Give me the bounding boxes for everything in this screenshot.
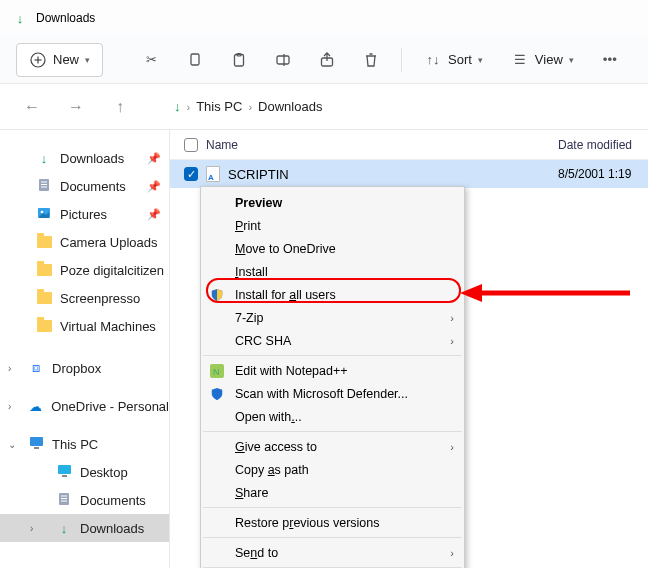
menu-item-label: Edit with Notepad++ [235, 364, 348, 378]
sidebar-item-label: OneDrive - Personal [51, 399, 169, 414]
svg-rect-15 [30, 437, 43, 446]
up-button[interactable]: ↑ [106, 98, 134, 116]
menu-item[interactable]: CRC SHA› [201, 329, 464, 352]
chevron-down-icon: ⌄ [8, 439, 16, 450]
sidebar-item[interactable]: Desktop [0, 458, 169, 486]
font-file-icon [206, 166, 220, 182]
menu-item[interactable]: Move to OneDrive [201, 237, 464, 260]
breadcrumb[interactable]: ↓ › This PC › Downloads [174, 99, 322, 114]
sidebar-item-label: Pictures [60, 207, 107, 222]
menu-separator [203, 355, 462, 356]
chevron-right-icon: › [450, 441, 454, 453]
menu-item-label: Scan with Microsoft Defender... [235, 387, 408, 401]
separator [401, 48, 402, 72]
sidebar-item[interactable]: Screenpresso [0, 284, 169, 312]
svg-rect-16 [34, 447, 39, 449]
sidebar-item-label: Downloads [60, 151, 124, 166]
menu-separator [203, 537, 462, 538]
chevron-right-icon: › [450, 547, 454, 559]
view-button[interactable]: ☰ View ▾ [501, 43, 584, 77]
row-checkbox[interactable]: ✓ [184, 167, 198, 181]
rename-button[interactable] [265, 42, 301, 78]
desktop-icon [57, 464, 72, 481]
document-icon [37, 178, 51, 195]
menu-item-label: 7-Zip [235, 311, 263, 325]
file-date: 8/5/2001 1:19 [558, 167, 648, 181]
svg-rect-6 [277, 56, 289, 64]
menu-item[interactable]: Install for all users [201, 283, 464, 306]
delete-button[interactable] [353, 42, 389, 78]
svg-rect-3 [191, 54, 199, 65]
file-row[interactable]: ✓ SCRIPTIN 8/5/2001 1:19 [170, 160, 648, 188]
menu-item-label: CRC SHA [235, 334, 291, 348]
chevron-right-icon: › [30, 523, 33, 534]
sidebar-item-label: Dropbox [52, 361, 101, 376]
menu-item-label: Install [235, 265, 268, 279]
svg-point-14 [41, 210, 44, 213]
cut-button[interactable]: ✂ [133, 42, 169, 78]
svg-rect-18 [62, 475, 67, 477]
chevron-right-icon: › [248, 101, 252, 113]
pin-icon: 📌 [147, 152, 161, 165]
menu-item-label: Preview [235, 196, 282, 210]
menu-separator [203, 431, 462, 432]
share-button[interactable] [309, 42, 345, 78]
sidebar-group[interactable]: ›☁OneDrive - Personal [0, 392, 169, 420]
file-name: SCRIPTIN [228, 167, 289, 182]
back-button[interactable]: ← [18, 98, 46, 116]
sidebar-item[interactable]: Documents [0, 486, 169, 514]
sidebar-item[interactable]: Virtual Machines [0, 312, 169, 340]
menu-item[interactable]: NEdit with Notepad++ [201, 359, 464, 382]
pin-icon: 📌 [147, 180, 161, 193]
sidebar-item[interactable]: ↓Downloads📌 [0, 144, 169, 172]
context-menu: PreviewPrintMove to OneDriveInstallInsta… [200, 186, 465, 568]
column-date[interactable]: Date modified [558, 138, 648, 152]
sidebar-item-label: Camera Uploads [60, 235, 158, 250]
menu-item[interactable]: Give access to› [201, 435, 464, 458]
menu-item[interactable]: Open with... [201, 405, 464, 428]
share-icon [318, 51, 336, 69]
sidebar-item-label: Poze digitalcitizen [60, 263, 164, 278]
dropbox-icon: ⧈ [32, 360, 40, 376]
column-name[interactable]: Name [206, 138, 238, 152]
menu-item[interactable]: Restore previous versions [201, 511, 464, 534]
sidebar-item[interactable]: ›↓Downloads [0, 514, 169, 542]
menu-item[interactable]: Print [201, 214, 464, 237]
sidebar-item-label: Documents [60, 179, 126, 194]
breadcrumb-root[interactable]: This PC [196, 99, 242, 114]
menu-item[interactable]: Preview [201, 191, 464, 214]
sidebar-item[interactable]: Documents📌 [0, 172, 169, 200]
sidebar-item[interactable]: Poze digitalcitizen [0, 256, 169, 284]
new-button[interactable]: New ▾ [16, 43, 103, 77]
sidebar-group[interactable]: ⌄This PC [0, 430, 169, 458]
menu-item[interactable]: Send to› [201, 541, 464, 564]
svg-text:N: N [213, 367, 220, 377]
sort-label: Sort [448, 52, 472, 67]
chevron-down-icon: ▾ [478, 55, 483, 65]
menu-item[interactable]: Copy as path [201, 458, 464, 481]
copy-icon [186, 51, 204, 69]
sidebar-item[interactable]: Pictures📌 [0, 200, 169, 228]
menu-item[interactable]: 7-Zip› [201, 306, 464, 329]
copy-button[interactable] [177, 42, 213, 78]
more-button[interactable]: ••• [592, 42, 628, 78]
sidebar: ↓Downloads📌Documents📌Pictures📌Camera Upl… [0, 130, 170, 568]
menu-item[interactable]: Scan with Microsoft Defender... [201, 382, 464, 405]
menu-item[interactable]: Install [201, 260, 464, 283]
sort-icon: ↑↓ [424, 51, 442, 69]
select-all-checkbox[interactable] [184, 138, 198, 152]
svg-rect-17 [58, 465, 71, 474]
sidebar-item-label: Desktop [80, 465, 128, 480]
sidebar-item-label: Downloads [80, 521, 144, 536]
pictures-icon [37, 206, 51, 223]
sidebar-item[interactable]: Camera Uploads [0, 228, 169, 256]
sort-button[interactable]: ↑↓ Sort ▾ [414, 43, 493, 77]
sidebar-group[interactable]: ›⧈Dropbox [0, 354, 169, 382]
breadcrumb-current[interactable]: Downloads [258, 99, 322, 114]
clipboard-icon [230, 51, 248, 69]
paste-button[interactable] [221, 42, 257, 78]
menu-item[interactable]: Share [201, 481, 464, 504]
document-icon [57, 492, 71, 509]
menu-item-label: Send to [235, 546, 278, 560]
forward-button[interactable]: → [62, 98, 90, 116]
